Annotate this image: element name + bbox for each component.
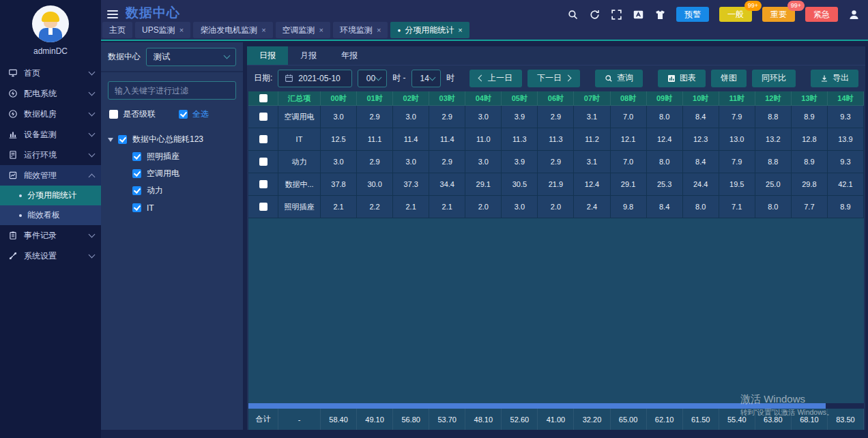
tree-node-照明插座[interactable]: 照明插座	[108, 148, 236, 165]
sidebar-item-配电系统[interactable]: 配电系统	[0, 83, 101, 104]
tree-root-checkbox[interactable]	[118, 135, 127, 144]
close-icon[interactable]: ×	[377, 26, 381, 34]
row-checkbox[interactable]	[259, 203, 267, 211]
export-button[interactable]: 导出	[811, 70, 858, 87]
refresh-icon[interactable]	[589, 9, 601, 20]
home-icon	[8, 68, 18, 78]
horizontal-scrollbar[interactable]	[248, 403, 864, 409]
value-cell: 9.3	[828, 151, 864, 173]
theme-shirt-icon[interactable]	[654, 9, 666, 20]
sidebar-item-能效管理[interactable]: 能效管理	[0, 165, 101, 186]
tree-node-checkbox[interactable]	[132, 203, 141, 212]
active-dot-icon: ●	[397, 27, 401, 33]
value-cell: 8.4	[683, 151, 719, 173]
sidebar-subitem-能效看板[interactable]: 能效看板	[0, 205, 101, 225]
tree-node-空调用电[interactable]: 空调用电	[108, 165, 236, 182]
value-cell: 2.0	[465, 196, 502, 218]
important-alarm-button[interactable]: 重要 99+	[762, 7, 795, 22]
row-checkbox[interactable]	[259, 180, 267, 188]
tree-node-IT[interactable]: IT	[108, 199, 236, 216]
keyword-filter-input[interactable]	[108, 81, 236, 100]
urgent-alarm-button[interactable]: 紧急	[805, 7, 838, 22]
tree-node-checkbox[interactable]	[132, 186, 141, 195]
datacenter-select[interactable]: 测试	[146, 48, 236, 66]
value-cell: 13.9	[828, 128, 864, 151]
table-row: 空调用电3.02.93.02.93.03.92.93.17.08.08.47.9…	[248, 106, 864, 128]
sidebar-item-首页[interactable]: 首页	[0, 63, 101, 83]
sidebar-subitem-分项用能统计[interactable]: 分项用能统计	[0, 186, 101, 205]
report-tab-日报[interactable]: 日报	[247, 46, 288, 65]
nav-tab-label: 分项用能统计	[405, 25, 454, 36]
prev-day-button[interactable]: 上一日	[469, 70, 522, 87]
tree-node-checkbox[interactable]	[132, 169, 141, 178]
user-icon[interactable]	[848, 9, 860, 20]
report-tab-月报[interactable]: 月报	[288, 46, 329, 65]
close-icon[interactable]: ×	[261, 26, 265, 34]
chart-button[interactable]: 图表	[658, 70, 706, 87]
nav-tab-环境监测[interactable]: 环境监测×	[333, 22, 388, 38]
query-button[interactable]: 查询	[595, 70, 643, 87]
nav-tab-柴油发电机监测[interactable]: 柴油发电机监测×	[193, 22, 272, 38]
sidebar-item-数据机房[interactable]: 数据机房	[0, 104, 101, 124]
close-icon[interactable]: ×	[179, 26, 184, 34]
fullscreen-icon[interactable]	[611, 9, 622, 20]
value-cell: 30.5	[502, 173, 538, 196]
hour-to-select[interactable]: 14	[411, 70, 441, 87]
language-icon[interactable]	[633, 9, 644, 20]
value-cell: 29.1	[611, 173, 647, 196]
energy-tree: 数据中心总能耗123 照明插座空调用电动力IT	[101, 126, 243, 222]
close-icon[interactable]: ×	[319, 26, 323, 34]
distribution-icon	[8, 89, 18, 98]
nav-tab-空调监测[interactable]: 空调监测×	[276, 22, 330, 38]
tree-root[interactable]: 数据中心总能耗123	[108, 131, 236, 148]
close-icon[interactable]: ×	[458, 26, 462, 34]
value-cell: 7.1	[719, 196, 755, 218]
search-icon[interactable]	[567, 9, 579, 20]
row-checkbox[interactable]	[259, 135, 267, 143]
hour-from-value: 00	[366, 74, 375, 83]
report-tab-年报[interactable]: 年报	[329, 46, 370, 65]
pie-button[interactable]: 饼图	[711, 70, 747, 87]
nav-tab-分项用能统计[interactable]: ●分项用能统计×	[390, 22, 469, 38]
date-picker[interactable]: 2021-05-10	[278, 70, 351, 87]
tree-node-动力[interactable]: 动力	[108, 182, 236, 199]
cascade-checkbox[interactable]	[109, 110, 118, 119]
totals-value-cell: 55.40	[719, 409, 755, 430]
value-cell: 37.3	[393, 173, 429, 196]
compare-button[interactable]: 同环比	[752, 70, 796, 87]
warning-button[interactable]: 预警	[676, 7, 709, 22]
table-totals-row: 合计-58.4049.1056.8053.7048.1052.6041.0032…	[248, 409, 864, 430]
header-cell: 06时	[538, 91, 574, 106]
sidebar-item-事件记录[interactable]: 事件记录	[0, 225, 101, 246]
sidebar-item-运行环境[interactable]: 运行环境	[0, 145, 101, 165]
select-all-checkbox[interactable]	[179, 110, 188, 119]
nav-tab-UPS监测[interactable]: UPS监测×	[135, 22, 190, 38]
general-alarm-button[interactable]: 一般 99+	[719, 7, 752, 22]
server-room-icon	[8, 109, 18, 119]
caret-down-icon[interactable]	[108, 138, 113, 142]
row-checkbox[interactable]	[259, 158, 267, 166]
value-cell: 3.0	[465, 151, 502, 173]
row-checkbox-cell	[248, 196, 278, 218]
menu-collapse-icon[interactable]	[107, 10, 118, 18]
cascade-label: 是否级联	[123, 108, 156, 120]
value-cell: 11.3	[502, 128, 538, 151]
select-all-rows-checkbox[interactable]	[259, 94, 267, 102]
value-cell: 2.1	[429, 196, 465, 218]
next-day-button[interactable]: 下一日	[527, 70, 580, 87]
row-checkbox[interactable]	[259, 113, 267, 121]
totals-label-cell: 合计	[248, 409, 278, 430]
hour-from-select[interactable]: 00	[358, 70, 387, 87]
tree-node-checkbox[interactable]	[132, 152, 141, 161]
sidebar-item-设备监测[interactable]: 设备监测	[0, 124, 101, 145]
user-avatar[interactable]	[32, 5, 69, 42]
general-alarm-badge: 99+	[744, 1, 762, 11]
energy-icon	[8, 171, 18, 180]
scrollbar-thumb[interactable]	[248, 403, 826, 409]
select-all-label[interactable]: 全选	[192, 108, 209, 120]
value-cell: 2.9	[357, 151, 393, 173]
sidebar-item-系统设置[interactable]: 系统设置	[0, 246, 101, 266]
nav-tab-主页[interactable]: 主页	[102, 22, 132, 38]
header-cell: 00时	[321, 91, 357, 106]
header-cell: 01时	[357, 91, 393, 106]
